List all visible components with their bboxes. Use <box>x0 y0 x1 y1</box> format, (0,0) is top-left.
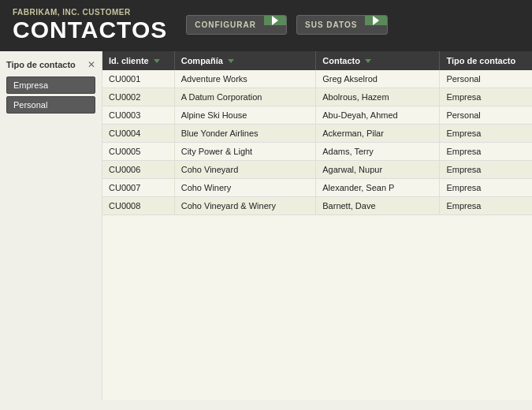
cell-id: CU0008 <box>102 197 174 215</box>
sort-icon-id <box>154 59 160 63</box>
col-header-company[interactable]: Compañía <box>174 51 316 70</box>
cell-id: CU0003 <box>102 106 174 125</box>
header-subtitle: FABRIKAM, INC. CUSTOMER <box>13 8 167 17</box>
table-row[interactable]: CU0007 Coho Winery Alexander, Sean P Emp… <box>102 179 532 197</box>
table-header-row: Id. cliente Compañía Contacto <box>102 51 532 70</box>
table-row[interactable]: CU0006 Coho Vineyard Agarwal, Nupur Empr… <box>102 161 532 179</box>
cell-contact: Agarwal, Nupur <box>316 161 440 179</box>
cell-type: Personal <box>440 106 532 125</box>
cell-contact: Abu-Deyah, Ahmed <box>316 106 440 125</box>
cell-type: Empresa <box>440 179 532 197</box>
cell-type: Empresa <box>440 143 532 161</box>
main-content: Tipo de contacto ✕ Empresa Personal Id. … <box>0 51 532 400</box>
cell-type: Empresa <box>440 161 532 179</box>
cell-company: Coho Vineyard & Winery <box>174 197 316 215</box>
cell-company: Coho Winery <box>174 179 316 197</box>
header-buttons: CONFIGURAR SUS DATOS <box>186 15 388 35</box>
cell-type: Empresa <box>440 125 532 143</box>
cell-contact: Alexander, Sean P <box>316 179 440 197</box>
cell-company: Coho Vineyard <box>174 161 316 179</box>
arrow-right-icon <box>373 16 379 25</box>
cell-contact: Ackerman, Pilar <box>316 125 440 143</box>
sidebar-title: Tipo de contacto <box>6 60 76 69</box>
table-row[interactable]: CU0002 A Datum Corporation Abolrous, Haz… <box>102 88 532 106</box>
page-header: FABRIKAM, INC. CUSTOMER CONTACTOS CONFIG… <box>0 0 532 51</box>
sidebar-item-personal[interactable]: Personal <box>6 96 95 114</box>
table-row[interactable]: CU0008 Coho Vineyard & Winery Barnett, D… <box>102 197 532 215</box>
cell-id: CU0007 <box>102 179 174 197</box>
cell-type: Personal <box>440 70 532 88</box>
cell-contact: Abolrous, Hazem <box>316 88 440 106</box>
cell-id: CU0006 <box>102 161 174 179</box>
cell-id: CU0002 <box>102 88 174 106</box>
col-header-contact[interactable]: Contacto <box>316 51 440 70</box>
sort-icon-company <box>228 59 234 63</box>
cell-company: City Power & Light <box>174 143 316 161</box>
cell-id: CU0005 <box>102 143 174 161</box>
sidebar: Tipo de contacto ✕ Empresa Personal <box>0 51 102 400</box>
sidebar-item-empresa[interactable]: Empresa <box>6 76 95 94</box>
page-title: CONTACTOS <box>13 18 167 42</box>
table-row[interactable]: CU0003 Alpine Ski House Abu-Deyah, Ahmed… <box>102 106 532 125</box>
col-header-id[interactable]: Id. cliente <box>102 51 174 70</box>
arrow-right-icon <box>272 16 278 25</box>
susdatos-label: SUS DATOS <box>297 16 365 34</box>
configurar-label: CONFIGURAR <box>187 16 264 34</box>
cell-type: Empresa <box>440 88 532 106</box>
cell-id: CU0004 <box>102 125 174 143</box>
table-row[interactable]: CU0001 Adventure Works Greg Akselrod Per… <box>102 70 532 88</box>
configurar-arrow-icon <box>264 16 286 25</box>
contacts-table-area: Id. cliente Compañía Contacto <box>102 51 532 400</box>
cell-company: Blue Yonder Airlines <box>174 125 316 143</box>
filter-icon[interactable]: ✕ <box>87 59 95 70</box>
contacts-table: Id. cliente Compañía Contacto <box>102 51 532 215</box>
cell-type: Empresa <box>440 197 532 215</box>
table-row[interactable]: CU0004 Blue Yonder Airlines Ackerman, Pi… <box>102 125 532 143</box>
configurar-button[interactable]: CONFIGURAR <box>186 15 287 35</box>
sidebar-header: Tipo de contacto ✕ <box>6 58 95 72</box>
cell-company: Adventure Works <box>174 70 316 88</box>
susdatos-arrow-icon <box>365 16 387 25</box>
header-title-block: FABRIKAM, INC. CUSTOMER CONTACTOS <box>13 8 167 42</box>
cell-contact: Greg Akselrod <box>316 70 440 88</box>
table-row[interactable]: CU0005 City Power & Light Adams, Terry E… <box>102 143 532 161</box>
cell-company: A Datum Corporation <box>174 88 316 106</box>
col-header-type[interactable]: Tipo de contacto <box>440 51 532 70</box>
sort-icon-contact <box>365 59 371 63</box>
susdatos-button[interactable]: SUS DATOS <box>296 15 388 35</box>
cell-id: CU0001 <box>102 70 174 88</box>
cell-contact: Adams, Terry <box>316 143 440 161</box>
cell-contact: Barnett, Dave <box>316 197 440 215</box>
cell-company: Alpine Ski House <box>174 106 316 125</box>
